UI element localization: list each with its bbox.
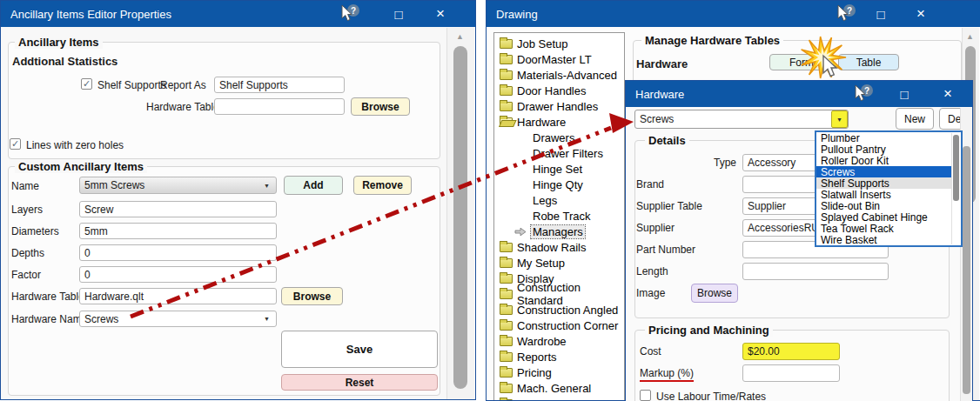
factor-input[interactable]: 0 <box>79 266 277 283</box>
tree-item[interactable]: Robe Track <box>494 208 624 224</box>
dropdown-scrollbar-thumb[interactable] <box>953 135 959 201</box>
name-combobox[interactable]: 5mm Screws <box>79 177 277 194</box>
tree-item[interactable]: Materials-Advanced <box>494 67 624 83</box>
tree-item-label: Drawers <box>533 131 574 144</box>
dropdown-item-label: Shelf Supports <box>821 177 889 190</box>
cost-input[interactable]: $20.00 <box>742 343 840 360</box>
hardware-name-combobox-arrow-icon[interactable]: ▼ <box>264 316 270 322</box>
browse-hardware-table-button[interactable]: Browse <box>351 97 410 116</box>
hardware-table2-input[interactable]: Hardware.qlt <box>79 288 277 304</box>
tree-item[interactable]: DoorMaster LT <box>494 51 624 67</box>
tree-item[interactable]: Mach. Parts <box>494 396 624 401</box>
tree-item[interactable]: Mach. General <box>494 380 624 396</box>
dropdown-item[interactable]: Pullout Pantry <box>816 144 961 155</box>
tree-item[interactable]: Job Setup <box>494 36 624 51</box>
table-button[interactable]: Table <box>838 54 899 70</box>
tree-item-label: Hinge Qty <box>533 178 583 191</box>
tree-item[interactable]: Construction Angled <box>494 302 624 317</box>
tree-item[interactable]: Door Handles <box>494 83 624 98</box>
layers-input[interactable]: Screw <box>79 201 277 217</box>
scrollbar-up-icon[interactable]: ▲ <box>966 32 974 41</box>
depths-input[interactable]: 0 <box>79 244 277 261</box>
add-button[interactable]: Add <box>284 176 343 195</box>
use-labour-label: Use Labour Time/Rates <box>656 391 766 401</box>
tree-item[interactable]: Reports <box>494 349 624 364</box>
tree-item[interactable]: Legs <box>494 192 624 208</box>
tree-item[interactable]: My Setup <box>494 255 624 271</box>
ancillary-scrollbar-thumb[interactable] <box>453 46 467 389</box>
dropdown-item-label: Splayed Cabinet Hinge <box>821 211 928 224</box>
name-label: Name <box>11 180 39 192</box>
shelf-supports-checkbox[interactable]: ✓ <box>81 78 92 90</box>
dropdown-item-label: Plumber <box>821 132 860 144</box>
use-labour-checkbox[interactable] <box>640 390 651 401</box>
tree-item[interactable]: Construction Corner <box>494 317 624 333</box>
tree-item-label: Pricing <box>517 366 552 379</box>
drawing-tree: Job Setup DoorMaster LT Materials-Advanc… <box>493 32 625 401</box>
tree-item-label: Hardware <box>517 116 566 129</box>
tree-item[interactable]: Drawer Handles <box>494 98 624 114</box>
window-title: Hardware <box>635 88 684 101</box>
tree-item-label: Shadow Rails <box>517 241 587 254</box>
hardware-scrollbar-thumb[interactable] <box>963 146 970 394</box>
supplier-label: Supplier <box>636 222 675 234</box>
browse-hardware-table2-button[interactable]: Browse <box>281 287 343 305</box>
tree-item-label: Construction Angled <box>517 304 618 317</box>
maximize-button[interactable]: □ <box>891 81 917 107</box>
dropdown-item-label: Screws <box>821 166 855 178</box>
tree-item[interactable]: Construction Standard <box>494 286 624 302</box>
tree-item[interactable]: Managers <box>494 224 624 239</box>
hardware-dialog: Hardware ? □ × Screws ▼ New Del Details … <box>625 80 973 401</box>
dropdown-item-label: Pullout Pantry <box>821 144 886 156</box>
tree-item[interactable]: Hinge Set <box>494 161 624 177</box>
remove-button[interactable]: Remove <box>353 176 412 195</box>
markup-label: Markup (%) <box>640 367 694 379</box>
dropdown-item[interactable]: Screws <box>816 166 961 177</box>
hardware-dialog-titlebar[interactable]: Hardware ? □ × <box>626 81 972 107</box>
form-button[interactable]: Form <box>769 54 834 70</box>
dropdown-item[interactable]: Shelf Supports <box>816 177 961 189</box>
reset-button[interactable]: Reset <box>281 374 438 391</box>
tree-item[interactable]: Hardware <box>494 114 624 130</box>
hardware-item-combobox-dropdown-button[interactable]: ▼ <box>831 110 848 128</box>
image-browse-button[interactable]: Browse <box>691 284 738 303</box>
tree-item-label: Hinge Set <box>533 163 582 176</box>
maximize-button[interactable]: □ <box>386 1 412 27</box>
tree-item[interactable]: Shadow Rails <box>494 239 624 255</box>
markup-label-text: Markup (%) <box>640 367 694 382</box>
dropdown-item[interactable]: Slide-out Bin <box>816 200 961 211</box>
tree-item[interactable]: Wardrobe <box>494 333 624 349</box>
tree-item-label: Door Handles <box>517 84 587 97</box>
dropdown-item[interactable]: Splayed Cabinet Hinge <box>816 211 961 223</box>
tree-item[interactable]: Pricing <box>494 364 624 380</box>
dropdown-item[interactable]: Wire Basket <box>816 234 961 245</box>
lines-zero-holes-checkbox[interactable]: ✓ <box>10 138 21 150</box>
length-label: Length <box>636 265 668 277</box>
dropdown-item[interactable]: Slatwall Inserts <box>816 189 961 200</box>
close-button[interactable]: × <box>427 1 453 27</box>
dropdown-item[interactable]: Roller Door Kit <box>816 155 961 166</box>
folder-icon <box>500 117 513 127</box>
drawing-window-titlebar[interactable]: Drawing ? □ × <box>487 1 980 27</box>
tree-item[interactable]: Hinge Qty <box>494 177 624 192</box>
close-button[interactable]: × <box>908 1 934 27</box>
hardware-table-input[interactable] <box>214 98 345 115</box>
hardware-name-combobox[interactable]: Screws <box>79 311 277 327</box>
save-button[interactable]: Save <box>281 331 438 368</box>
tree-item[interactable]: Drawer Filters <box>494 145 624 161</box>
ancillary-window-titlebar[interactable]: Ancillary Items Editor Properties ? □ × <box>1 1 475 27</box>
report-as-input[interactable]: Shelf Supports <box>214 77 345 93</box>
name-combobox-arrow-icon[interactable]: ▼ <box>264 183 270 189</box>
markup-input[interactable] <box>742 364 840 382</box>
close-button[interactable]: × <box>935 81 961 107</box>
new-button[interactable]: New <box>896 108 934 130</box>
dropdown-item[interactable]: Plumber <box>816 132 961 144</box>
scrollbar-up-icon[interactable]: ▲ <box>456 32 464 41</box>
dropdown-item[interactable]: Tea Towel Rack <box>816 223 961 234</box>
maximize-button[interactable]: □ <box>868 1 894 27</box>
tree-item[interactable]: Drawers <box>494 130 624 145</box>
diameters-input[interactable]: 5mm <box>79 223 277 239</box>
folder-icon <box>500 337 513 346</box>
hardware-item-combobox[interactable]: Screws <box>634 110 849 129</box>
length-input[interactable] <box>742 263 889 280</box>
